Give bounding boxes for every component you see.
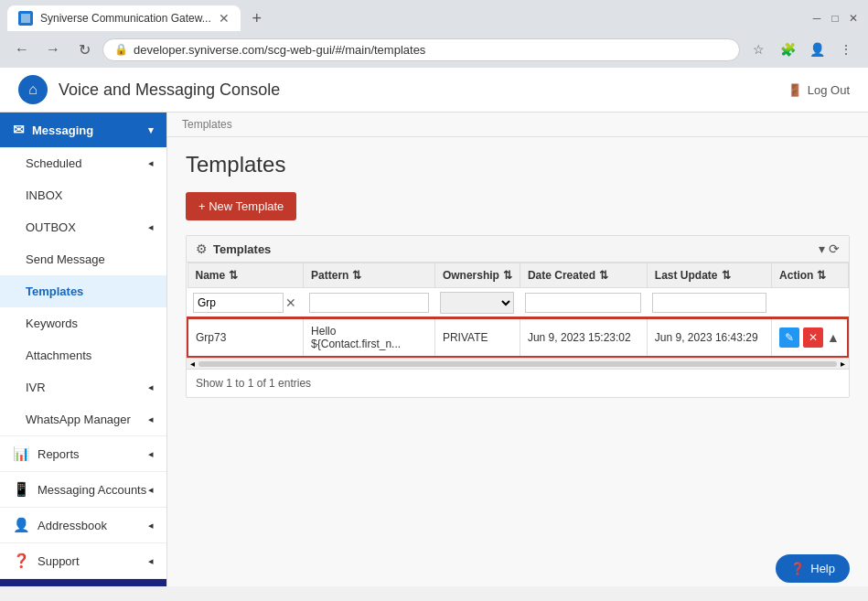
filter-name-cell[interactable]: ✕ xyxy=(188,288,304,319)
messaging-accounts-label: Messaging Accounts xyxy=(38,483,146,497)
help-button[interactable]: ❓ Help xyxy=(776,554,850,583)
cell-action: ✎ ✕ ▲ xyxy=(772,318,848,357)
reload-button[interactable]: ↻ xyxy=(71,37,97,62)
outbox-label: OUTBOX xyxy=(26,220,76,234)
window-minimize-button[interactable]: ─ xyxy=(809,11,824,26)
addressbook-icon: 👤 xyxy=(13,517,30,533)
col-last-update[interactable]: Last Update⇅ xyxy=(647,263,771,288)
bookmark-icon[interactable]: ☆ xyxy=(745,37,771,62)
send-message-label: Send Message xyxy=(26,252,105,266)
app-title: Voice and Messaging Console xyxy=(59,80,280,100)
window-restore-button[interactable]: □ xyxy=(828,11,842,26)
reports-chevron-icon: ◂ xyxy=(148,448,154,460)
filter-ownership-select[interactable]: PRIVATE PUBLIC xyxy=(440,292,514,314)
messaging-accounts-section: 📱 Messaging Accounts ◂ xyxy=(0,472,166,508)
support-label: Support xyxy=(38,554,80,568)
browser-tab-active[interactable]: Syniverse Communication Gatew... ✕ xyxy=(7,5,241,31)
sidebar-item-send-message[interactable]: Send Message xyxy=(0,243,166,275)
sidebar-item-addressbook[interactable]: 👤 Addressbook ◂ xyxy=(0,508,166,542)
table-entries-count: Show 1 to 1 of 1 entries xyxy=(196,377,311,390)
filter-name-input[interactable] xyxy=(193,293,284,313)
ivr-label: IVR xyxy=(26,381,46,394)
close-tab-icon[interactable]: ✕ xyxy=(219,11,230,26)
help-label: Help xyxy=(810,562,835,575)
app-header-left: ⌂ Voice and Messaging Console xyxy=(18,75,280,104)
tab-bar: Syniverse Communication Gatew... ✕ + ─ □… xyxy=(0,0,868,31)
delete-button[interactable]: ✕ xyxy=(803,327,823,348)
filter-date-created-cell[interactable] xyxy=(520,288,647,319)
reports-icon: 📊 xyxy=(13,445,30,462)
table-horizontal-scrollbar[interactable]: ◂ ▸ xyxy=(187,358,849,369)
table-header-icons: ▾ ⟳ xyxy=(819,241,840,256)
addressbook-label: Addressbook xyxy=(38,519,107,532)
table-footer: Show 1 to 1 of 1 entries xyxy=(187,369,849,397)
app-container: ⌂ Voice and Messaging Console 🚪 Log Out … xyxy=(0,68,868,586)
window-close-button[interactable]: ✕ xyxy=(846,11,861,26)
sidebar-item-keywords[interactable]: Keywords xyxy=(0,307,166,339)
forward-button[interactable]: → xyxy=(40,37,66,62)
reports-section: 📊 Reports ◂ xyxy=(0,436,166,472)
filter-pattern-input[interactable] xyxy=(309,293,430,313)
menu-icon[interactable]: ⋮ xyxy=(833,37,859,62)
filter-last-update-cell[interactable] xyxy=(647,288,771,319)
address-bar[interactable]: 🔒 xyxy=(102,38,740,61)
scroll-right-icon[interactable]: ▸ xyxy=(841,359,845,369)
window-controls: ─ □ ✕ xyxy=(809,11,861,26)
sidebar: ✉ Messaging ▾ Scheduled ◂ INBOX OUTBOX ◂… xyxy=(0,113,167,586)
new-template-button[interactable]: + New Template xyxy=(186,192,296,220)
logout-label: Log Out xyxy=(808,83,850,97)
cell-pattern: Hello ${Contact.first_n... xyxy=(304,318,435,357)
scroll-up-button[interactable]: ▲ xyxy=(827,330,840,345)
home-icon[interactable]: ⌂ xyxy=(18,75,48,104)
sidebar-item-attachments[interactable]: Attachments xyxy=(0,339,166,371)
support-icon: ❓ xyxy=(13,553,30,569)
address-input[interactable] xyxy=(134,43,728,57)
back-button[interactable]: ← xyxy=(9,37,35,62)
filter-ownership-cell[interactable]: PRIVATE PUBLIC xyxy=(434,288,520,319)
scheduled-label: Scheduled xyxy=(26,156,81,170)
new-tab-button[interactable]: + xyxy=(244,5,270,31)
scroll-left-icon[interactable]: ◂ xyxy=(190,359,195,369)
reports-label: Reports xyxy=(38,447,80,461)
outbox-chevron-icon: ◂ xyxy=(148,221,154,233)
sidebar-item-messaging-accounts[interactable]: 📱 Messaging Accounts ◂ xyxy=(0,472,166,507)
table-header-label: Templates xyxy=(213,242,271,256)
filter-pattern-cell[interactable] xyxy=(304,288,435,319)
page-title: Templates xyxy=(186,152,850,177)
templates-table: Name⇅ Pattern⇅ Ownership⇅ xyxy=(187,263,849,358)
sidebar-item-support[interactable]: ❓ Support ◂ xyxy=(0,543,166,578)
support-chevron-icon: ◂ xyxy=(148,555,154,567)
col-date-created[interactable]: Date Created⇅ xyxy=(520,263,647,288)
messaging-chevron-icon: ▾ xyxy=(148,124,154,136)
col-action[interactable]: Action⇅ xyxy=(772,263,848,288)
profile-icon[interactable]: 👤 xyxy=(804,37,830,62)
filter-last-update-input[interactable] xyxy=(652,293,766,313)
sidebar-item-outbox[interactable]: OUTBOX ◂ xyxy=(0,211,166,243)
sidebar-item-app-wizard[interactable]: ⬡ Application Wizard BETA xyxy=(0,579,166,586)
templates-label: Templates xyxy=(26,284,83,298)
filter-date-created-input[interactable] xyxy=(525,293,641,313)
col-pattern[interactable]: Pattern⇅ xyxy=(304,263,435,288)
sidebar-item-inbox[interactable]: INBOX xyxy=(0,179,166,211)
filter-action-cell xyxy=(772,288,848,319)
table-settings-icon: ⚙ xyxy=(196,241,208,256)
action-buttons: ✎ ✕ ▲ xyxy=(779,327,840,348)
logout-icon: 🚪 xyxy=(788,83,802,97)
app-wizard-section: ⬡ Application Wizard BETA xyxy=(0,579,166,586)
sidebar-item-reports[interactable]: 📊 Reports ◂ xyxy=(0,436,166,471)
table-refresh-button[interactable]: ⟳ xyxy=(829,241,840,256)
filter-name-clear-button[interactable]: ✕ xyxy=(284,295,298,310)
whatsapp-label: WhatsApp Manager xyxy=(26,413,131,426)
edit-button[interactable]: ✎ xyxy=(779,327,799,348)
logout-button[interactable]: 🚪 Log Out xyxy=(788,83,850,97)
col-ownership[interactable]: Ownership⇅ xyxy=(434,263,520,288)
extensions-icon[interactable]: 🧩 xyxy=(775,37,800,62)
sidebar-item-scheduled[interactable]: Scheduled ◂ xyxy=(0,147,166,179)
tab-favicon xyxy=(18,11,33,26)
sidebar-item-messaging[interactable]: ✉ Messaging ▾ xyxy=(0,113,166,147)
sidebar-item-templates[interactable]: Templates xyxy=(0,275,166,307)
col-name[interactable]: Name⇅ xyxy=(188,263,304,288)
sidebar-item-whatsapp[interactable]: WhatsApp Manager ◂ xyxy=(0,403,166,435)
table-collapse-button[interactable]: ▾ xyxy=(819,241,825,256)
sidebar-item-ivr[interactable]: IVR ◂ xyxy=(0,371,166,403)
